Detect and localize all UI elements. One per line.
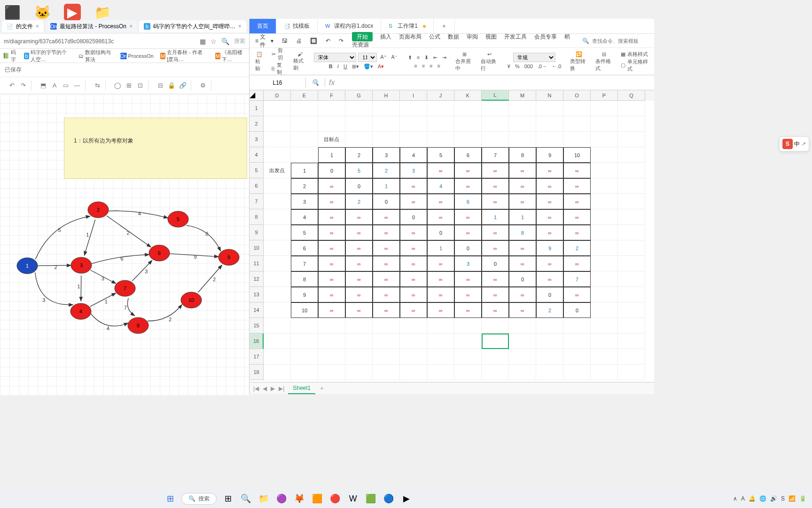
close-icon[interactable]: × (129, 23, 133, 30)
cell[interactable]: ∞ (318, 271, 345, 287)
cell[interactable]: 0 (345, 178, 373, 194)
search-cmd-icon[interactable]: 🔍 (582, 38, 589, 44)
cell[interactable] (618, 333, 645, 349)
cell[interactable]: ∞ (454, 163, 482, 178)
cell[interactable] (373, 132, 400, 147)
cell[interactable]: ∞ (536, 271, 563, 287)
row-header[interactable]: 7 (250, 194, 264, 209)
close-icon[interactable]: × (238, 23, 242, 30)
cell[interactable] (264, 318, 291, 333)
cell[interactable]: ∞ (536, 178, 563, 194)
toolbar-button[interactable]: 🔒 (166, 80, 177, 91)
cell[interactable]: 0 (318, 163, 345, 178)
cell[interactable]: 2 (563, 240, 591, 256)
cell[interactable] (291, 101, 318, 116)
col-header[interactable]: E (291, 90, 318, 101)
graph-edge[interactable] (148, 304, 182, 321)
align-bot-icon[interactable]: ⬇ (423, 54, 430, 62)
cell[interactable]: 0 (536, 287, 563, 302)
cell[interactable] (509, 101, 536, 116)
cell[interactable]: ∞ (454, 178, 482, 194)
cell[interactable] (373, 101, 400, 116)
tray-icon[interactable]: 🔔 (749, 495, 756, 502)
cell[interactable] (618, 225, 645, 240)
cell[interactable]: 10 (563, 147, 591, 163)
cell[interactable]: 3 (454, 256, 482, 271)
cell[interactable] (264, 101, 291, 116)
tablestyle-icon[interactable]: ▦ (621, 51, 625, 57)
cell[interactable] (618, 116, 645, 132)
cell[interactable] (591, 132, 618, 147)
cell[interactable] (400, 318, 427, 333)
search-cmd-input[interactable] (592, 38, 648, 44)
cell[interactable]: ∞ (345, 271, 373, 287)
cell[interactable] (264, 240, 291, 256)
cell[interactable] (591, 287, 618, 302)
cell[interactable]: ∞ (536, 209, 563, 225)
cell[interactable] (454, 101, 482, 116)
cell[interactable]: ∞ (563, 225, 591, 240)
tray-icon[interactable]: ∧ (733, 495, 737, 502)
cellstyle-icon[interactable]: ▢ (621, 62, 625, 68)
graph-edge[interactable] (91, 314, 128, 326)
cell[interactable]: 1 (427, 240, 454, 256)
cell[interactable] (454, 116, 482, 132)
cell[interactable]: 0 (400, 209, 427, 225)
cell[interactable] (264, 194, 291, 209)
row-header[interactable]: 9 (250, 225, 264, 240)
select-all-corner[interactable]: ◢ (250, 90, 264, 101)
col-header[interactable]: L (482, 90, 509, 101)
taskbar-app-icon[interactable]: 🟩 (364, 492, 377, 505)
wps-tab[interactable]: 首页 (250, 19, 276, 33)
cell[interactable] (591, 318, 618, 333)
desktop-icon-play[interactable]: ▶ (64, 4, 81, 21)
col-header[interactable]: J (427, 90, 454, 101)
dec-inc-icon[interactable]: .0→ (536, 63, 548, 70)
cell[interactable] (536, 116, 563, 132)
cell[interactable]: ∞ (318, 178, 345, 194)
cell[interactable]: ∞ (536, 256, 563, 271)
graph-edge[interactable] (84, 220, 95, 255)
cell[interactable] (591, 147, 618, 163)
cell[interactable]: ∞ (482, 287, 509, 302)
brush-icon[interactable]: 🖌 (297, 51, 303, 57)
toolbar-button[interactable]: ↶ (7, 80, 17, 91)
cell[interactable]: ∞ (345, 256, 373, 271)
cell[interactable]: 3 (373, 147, 400, 163)
cell[interactable] (264, 225, 291, 240)
cell[interactable] (509, 318, 536, 333)
bookmark-item[interactable]: b码字的字节的个人空… (24, 49, 71, 63)
start-button[interactable]: ⊞ (164, 492, 177, 505)
toolbar-button[interactable]: ⊞ (124, 80, 134, 91)
cell[interactable]: 0 (427, 225, 454, 240)
cell[interactable] (345, 333, 373, 349)
cell[interactable] (318, 116, 345, 132)
cell[interactable]: 2 (345, 147, 373, 163)
cell[interactable] (427, 365, 454, 380)
bookmark-item[interactable]: 📗码字 (3, 49, 17, 63)
col-header[interactable]: N (536, 90, 563, 101)
align-left-icon[interactable]: ≡ (413, 62, 418, 70)
cell[interactable]: 3 (291, 194, 318, 209)
taskbar-app-icon[interactable]: 🟧 (311, 492, 324, 505)
cell[interactable] (591, 256, 618, 271)
row-header[interactable]: 2 (250, 116, 264, 132)
cell[interactable]: ∞ (345, 240, 373, 256)
cell[interactable]: ∞ (509, 178, 536, 194)
cell[interactable]: 1 (373, 178, 400, 194)
graph-edge[interactable] (187, 225, 221, 251)
cell[interactable]: ∞ (373, 209, 400, 225)
menu-item[interactable]: 数据 (448, 33, 459, 40)
cell[interactable] (563, 365, 591, 380)
search-placeholder[interactable]: 搜索 (234, 37, 245, 45)
cell[interactable]: 8 (509, 147, 536, 163)
sheet-nav-last[interactable]: ▶| (279, 385, 284, 392)
cell[interactable]: ∞ (509, 194, 536, 209)
fill-color-button[interactable]: 🪣▾ (362, 63, 375, 71)
toolbar-button[interactable]: A (49, 80, 60, 91)
cell[interactable]: 8 (509, 225, 536, 240)
taskbar-app-icon[interactable]: W (346, 492, 359, 505)
zoom-lens-icon[interactable]: 🔍 (306, 79, 325, 86)
cell[interactable] (482, 116, 509, 132)
cell[interactable]: ∞ (563, 178, 591, 194)
